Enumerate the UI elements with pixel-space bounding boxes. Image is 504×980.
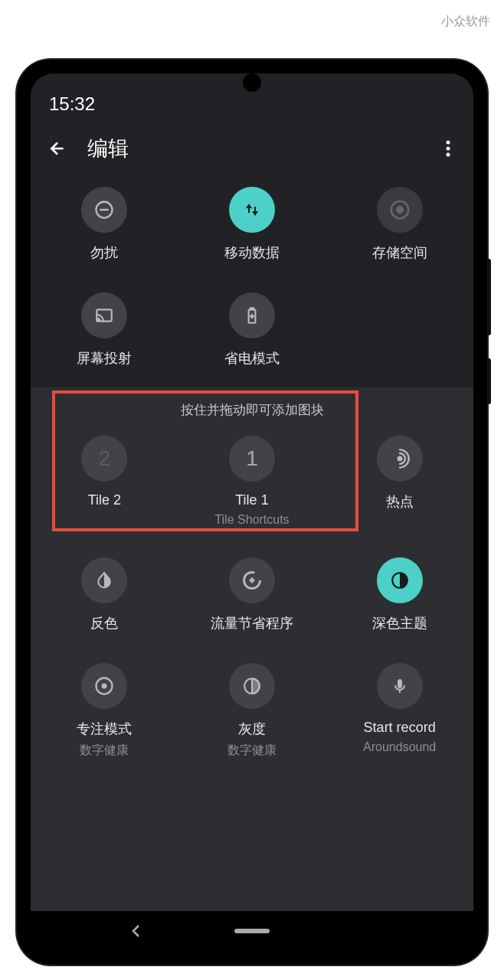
tile-sublabel: Tile Shortcuts [214,513,289,527]
tile-label: 反色 [90,614,118,632]
phone-side-button [487,259,491,335]
svg-point-8 [97,319,99,321]
darktheme-icon [377,557,423,603]
dnd-icon [81,187,127,233]
tile-label: Tile 2 [88,492,121,508]
svg-point-0 [447,141,450,145]
tile-sublabel: 数字健康 [227,743,277,759]
navigation-bar [31,911,473,951]
tile-label: Start record [364,720,436,736]
tile1-icon: 1 [229,436,275,482]
tile-invert[interactable]: 反色 [31,557,178,632]
tile-dnd[interactable]: 勿扰 [31,187,178,262]
storage-icon [377,187,423,233]
tile-battery-saver[interactable]: 省电模式 [178,292,326,368]
tile-shortcut-2[interactable]: 2 Tile 2 [31,436,178,527]
screen: 15:32 编辑 勿扰 [31,74,473,951]
svg-rect-21 [398,679,402,688]
tile-data-saver[interactable]: 流量节省程序 [178,557,326,632]
battery-icon [229,292,275,338]
svg-point-2 [447,153,450,157]
drag-hint: 按住并拖动即可添加图块 [31,401,473,419]
nav-back-button[interactable] [131,924,142,938]
tile-start-record[interactable]: Start record Aroundsound [326,663,473,759]
svg-rect-10 [250,308,254,309]
tile-label: 专注模式 [77,720,132,738]
tile-sublabel: Aroundsound [363,740,436,754]
tile-label: 存储空间 [372,243,427,262]
svg-point-13 [398,457,401,461]
tile-shortcut-1[interactable]: 1 Tile 1 Tile Shortcuts [178,436,326,527]
data-icon [229,187,275,233]
app-header: 编辑 [31,121,473,176]
available-tiles-section: 按住并拖动即可添加图块 2 Tile 2 1 Tile 1 [31,387,473,911]
tile-dark-theme[interactable]: 深色主题 [326,557,473,632]
tile-label: 移动数据 [224,243,280,262]
tile-hotspot[interactable]: 热点 [326,436,473,527]
tile-storage[interactable]: 存储空间 [326,187,473,262]
svg-point-19 [102,684,107,689]
active-tiles-section: 勿扰 移动数据 存储空间 [31,176,473,387]
more-button[interactable] [440,140,457,157]
nav-home-button[interactable] [234,929,270,933]
cast-icon [81,292,127,338]
tile-label: 省电模式 [224,349,280,368]
tile-label: 热点 [386,492,414,511]
phone-notch [243,74,261,92]
mic-icon [377,663,423,709]
tile-label: 灰度 [238,720,266,738]
tile-label: 流量节省程序 [211,614,293,632]
invert-icon [81,557,127,603]
tile-label: 勿扰 [90,243,118,262]
tile-label: 屏幕投射 [77,349,132,368]
svg-point-1 [447,147,450,151]
tile-sublabel: 数字健康 [80,743,129,759]
hotspot-icon [377,436,423,482]
phone-frame: 15:32 编辑 勿扰 [17,60,487,965]
focus-icon [81,663,127,709]
header-title: 编辑 [87,135,420,162]
tile-mobile-data[interactable]: 移动数据 [178,187,326,262]
content-area: 编辑 勿扰 移动 [31,121,473,911]
tile-cast[interactable]: 屏幕投射 [31,292,178,368]
tile-label: Tile 1 [235,492,268,508]
status-time: 15:32 [49,93,95,115]
tile-focus-mode[interactable]: 专注模式 数字健康 [31,663,178,759]
tile-label: 深色主题 [372,614,427,632]
back-button[interactable] [47,139,67,158]
tile-grayscale[interactable]: 灰度 数字健康 [178,663,326,759]
phone-side-button-2 [487,358,491,404]
svg-point-6 [397,207,403,213]
datasaver-icon [229,557,275,603]
grayscale-icon [229,663,275,709]
watermark: 小众软件 [441,14,490,30]
tile2-icon: 2 [81,436,127,482]
